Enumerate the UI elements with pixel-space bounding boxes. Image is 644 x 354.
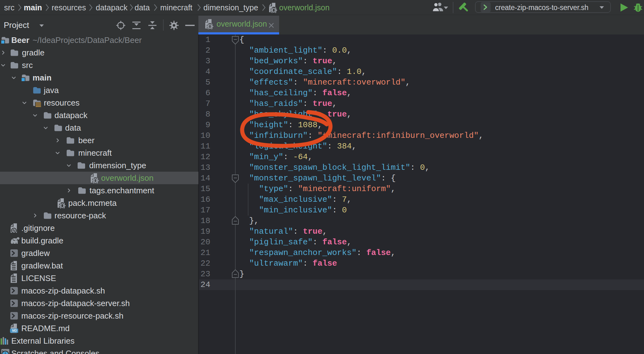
svg-text:MD: MD (12, 329, 17, 332)
